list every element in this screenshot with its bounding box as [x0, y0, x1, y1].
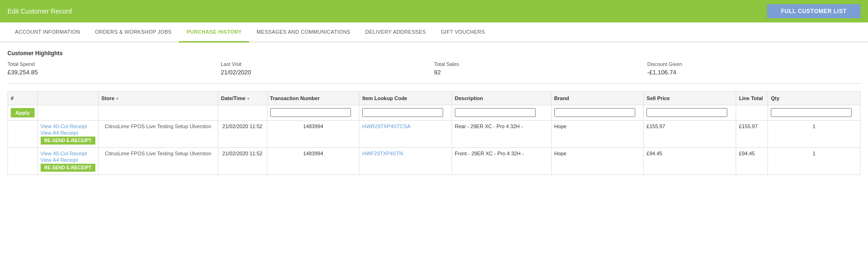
row2-brand: Hope	[551, 148, 644, 175]
col-qty: Qty	[768, 92, 861, 105]
highlight-discount-given-label: Discount Given	[647, 61, 861, 67]
col-transaction: Transaction Number	[267, 92, 359, 105]
highlights-title: Customer Highlights	[7, 50, 861, 57]
row1-description: Rear - 29ER XC - Pro 4 32H -	[452, 121, 552, 148]
col-store[interactable]: Store	[98, 92, 218, 105]
apply-cell: Apply	[8, 105, 38, 121]
row2-datetime: 21/02/2020 11:52	[218, 148, 267, 175]
col-actions	[37, 92, 98, 105]
filter-qty[interactable]	[771, 108, 852, 117]
highlight-last-visit-label: Last Visit	[221, 61, 434, 67]
highlight-last-visit-value: 21/02/2020	[221, 69, 434, 76]
highlight-last-visit: Last Visit 21/02/2020	[221, 61, 434, 76]
row2-sell-price: £94.45	[644, 148, 736, 175]
row2-store: CitrusLime FPOS Live Testing Setup Ulver…	[98, 148, 218, 175]
highlights-grid: Total Spend £39,254.85 Last Visit 21/02/…	[7, 61, 861, 84]
col-sell-price: Sell Price	[644, 92, 736, 105]
table-row: View 40-Col Receipt View A4 Receipt RE-S…	[8, 121, 861, 148]
customer-highlights: Customer Highlights Total Spend £39,254.…	[7, 50, 861, 84]
view-40col-receipt-link-2[interactable]: View 40-Col Receipt	[41, 151, 95, 156]
page-title: Edit Customer Record	[7, 7, 72, 15]
view-a4-receipt-link-1[interactable]: View A4 Receipt	[41, 130, 95, 136]
tab-orders-workshop-jobs[interactable]: ORDERS & WORKSHOP JOBS	[87, 22, 179, 43]
row1-actions: View 40-Col Receipt View A4 Receipt RE-S…	[37, 121, 98, 148]
tab-purchase-history[interactable]: PURCHASE HISTORY	[179, 22, 249, 43]
header: Edit Customer Record FULL CUSTOMER LIST	[0, 0, 868, 22]
tab-account-information[interactable]: ACCOUNT INFORMATION	[7, 22, 87, 43]
view-40col-receipt-link-1[interactable]: View 40-Col Receipt	[41, 123, 95, 129]
apply-button[interactable]: Apply	[11, 108, 35, 117]
main-content: Customer Highlights Total Spend £39,254.…	[0, 43, 868, 182]
row1-qty: 1	[768, 121, 861, 148]
filter-transaction[interactable]	[270, 108, 351, 117]
table-row: View 40-Col Receipt View A4 Receipt RE-S…	[8, 148, 861, 175]
resend-ereceipt-button-2[interactable]: RE-SEND E-RECEIPT	[41, 164, 95, 172]
col-datetime[interactable]: Date/Time	[218, 92, 267, 105]
row1-line-total: £155.97	[736, 121, 768, 148]
row1-datetime: 21/02/2020 11:52	[218, 121, 267, 148]
tab-gift-vouchers[interactable]: GIFT VOUCHERS	[433, 22, 492, 43]
view-a4-receipt-link-2[interactable]: View A4 Receipt	[41, 157, 95, 163]
tab-bar: ACCOUNT INFORMATION ORDERS & WORKSHOP JO…	[0, 22, 868, 43]
row2-line-total: £94.45	[736, 148, 768, 175]
highlight-total-sales-value: 92	[434, 69, 647, 76]
highlight-total-spend: Total Spend £39,254.85	[7, 61, 221, 76]
row1-brand: Hope	[551, 121, 644, 148]
tab-delivery-addresses[interactable]: DELIVERY ADDRESSES	[358, 22, 434, 43]
row1-transaction: 1483994	[267, 121, 359, 148]
col-brand: Brand	[551, 92, 644, 105]
col-description: Description	[452, 92, 552, 105]
row1-hash	[8, 121, 38, 148]
highlight-discount-given-value: -£1,106.74	[647, 69, 861, 76]
row2-qty: 1	[768, 148, 861, 175]
col-line-total: Line Total	[736, 92, 768, 105]
apply-row: Apply	[8, 105, 861, 121]
highlight-total-spend-value: £39,254.85	[7, 69, 221, 76]
highlight-total-sales: Total Sales 92	[434, 61, 647, 76]
row2-hash	[8, 148, 38, 175]
purchase-history-table: # Store Date/Time Transaction Number Ite…	[7, 91, 861, 175]
col-lookup: Item Lookup Code	[359, 92, 452, 105]
row1-lookup: HWR29TXP4STCSA	[359, 121, 452, 148]
resend-ereceipt-button-1[interactable]: RE-SEND E-RECEIPT	[41, 137, 95, 145]
full-customer-list-button[interactable]: FULL CUSTOMER LIST	[767, 4, 861, 18]
row2-description: Front - 29ER XC - Pro 4 32H -	[452, 148, 552, 175]
highlight-discount-given: Discount Given -£1,106.74	[647, 61, 861, 76]
highlight-total-sales-label: Total Sales	[434, 61, 647, 67]
filter-lookup[interactable]	[362, 108, 443, 117]
filter-description[interactable]	[455, 108, 536, 117]
row2-actions: View 40-Col Receipt View A4 Receipt RE-S…	[37, 148, 98, 175]
highlight-total-spend-label: Total Spend	[7, 61, 221, 67]
row1-store: CitrusLime FPOS Live Testing Setup Ulver…	[98, 121, 218, 148]
row2-lookup: HWF29TXP4STN	[359, 148, 452, 175]
filter-sell-price[interactable]	[646, 108, 727, 117]
row1-sell-price: £155.97	[644, 121, 736, 148]
tab-messages-communications[interactable]: MESSAGES AND COMMUNICATIONS	[249, 22, 358, 43]
row2-transaction: 1483994	[267, 148, 359, 175]
lookup-link-1[interactable]: HWR29TXP4STCSA	[362, 123, 410, 129]
lookup-link-2[interactable]: HWF29TXP4STN	[362, 151, 403, 156]
filter-brand[interactable]	[554, 108, 635, 117]
col-hash: #	[8, 92, 38, 105]
